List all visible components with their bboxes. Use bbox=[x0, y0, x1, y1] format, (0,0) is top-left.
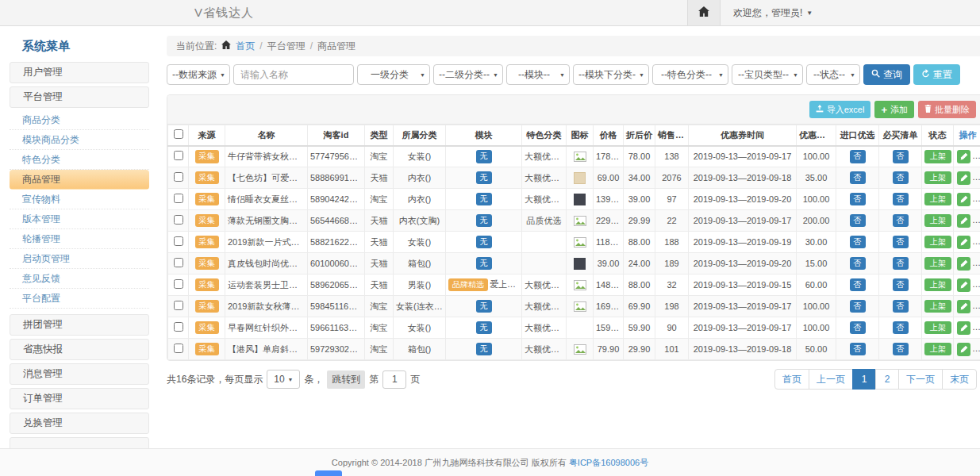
filter-select[interactable]: --模块--▼ bbox=[506, 64, 570, 85]
sidebar-item[interactable]: 意见反馈 bbox=[10, 269, 149, 289]
breadcrumb-home-link[interactable]: 首页 bbox=[236, 40, 255, 53]
mustbuy-toggle[interactable]: 否 bbox=[893, 214, 909, 228]
row-checkbox[interactable] bbox=[174, 344, 183, 353]
filter-select[interactable]: --数据来源--▼ bbox=[167, 64, 230, 85]
mustbuy-toggle[interactable]: 否 bbox=[893, 278, 909, 292]
name-search-input[interactable] bbox=[233, 64, 354, 85]
status-badge[interactable]: 上架 bbox=[924, 171, 951, 185]
import-toggle[interactable]: 否 bbox=[850, 321, 866, 335]
import-toggle[interactable]: 否 bbox=[850, 214, 866, 228]
filter-select[interactable]: --宝贝类型--▼ bbox=[732, 64, 803, 85]
page-size-select[interactable]: 10 ▼ bbox=[267, 370, 300, 389]
status-badge[interactable]: 上架 bbox=[924, 300, 951, 313]
edit-button[interactable] bbox=[957, 321, 970, 335]
edit-button[interactable] bbox=[957, 278, 970, 292]
sidebar-item[interactable]: 模块商品分类 bbox=[10, 130, 149, 150]
mustbuy-toggle[interactable]: 否 bbox=[893, 236, 909, 249]
status-badge[interactable]: 上架 bbox=[924, 321, 951, 335]
sidebar-group-header[interactable]: 消息管理 bbox=[10, 363, 149, 385]
import-toggle[interactable]: 否 bbox=[850, 257, 866, 271]
filter-select[interactable]: --特色分类--▼ bbox=[652, 64, 728, 85]
jump-button[interactable]: 跳转到 bbox=[327, 370, 365, 389]
sidebar-item[interactable]: 轮播管理 bbox=[10, 229, 149, 249]
row-checkbox[interactable] bbox=[174, 194, 183, 203]
select-all-checkbox[interactable] bbox=[174, 129, 183, 139]
page-jump-input[interactable] bbox=[382, 370, 406, 389]
status-badge[interactable]: 上架 bbox=[924, 236, 951, 249]
pager-button[interactable]: 下一页 bbox=[898, 369, 943, 390]
search-button[interactable]: 查询 bbox=[863, 64, 910, 85]
edit-button[interactable] bbox=[957, 171, 970, 185]
row-checkbox[interactable] bbox=[174, 215, 183, 225]
status-badge[interactable]: 上架 bbox=[924, 257, 951, 271]
row-checkbox[interactable] bbox=[174, 322, 183, 332]
mustbuy-toggle[interactable]: 否 bbox=[893, 193, 909, 206]
status-badge[interactable]: 上架 bbox=[924, 343, 951, 356]
mustbuy-cell: 否 bbox=[879, 189, 922, 210]
edit-button[interactable] bbox=[957, 193, 970, 206]
icp-link[interactable]: 粤ICP备16098006号 bbox=[569, 457, 648, 469]
import-cell: 否 bbox=[836, 296, 879, 317]
sidebar-group-header[interactable]: 订单管理 bbox=[10, 388, 149, 409]
edit-button[interactable] bbox=[957, 150, 970, 163]
row-checkbox[interactable] bbox=[174, 172, 183, 182]
home-button[interactable] bbox=[687, 0, 721, 25]
sidebar-item[interactable]: 商品分类 bbox=[10, 110, 149, 130]
filter-select[interactable]: 一级分类▼ bbox=[357, 64, 430, 85]
add-button[interactable]: + 添加 bbox=[874, 101, 914, 118]
import-toggle[interactable]: 否 bbox=[850, 236, 866, 249]
status-badge[interactable]: 上架 bbox=[924, 278, 951, 292]
filter-select[interactable]: --二级分类--▼ bbox=[433, 64, 503, 85]
status-badge[interactable]: 上架 bbox=[924, 150, 951, 163]
sidebar-item[interactable]: 特色分类 bbox=[10, 150, 149, 170]
edit-button[interactable] bbox=[957, 214, 970, 228]
sidebar-group-header[interactable]: 用户管理 bbox=[10, 62, 149, 83]
batch-delete-button[interactable]: 批量删除 bbox=[918, 101, 976, 118]
edit-button[interactable] bbox=[957, 236, 970, 249]
table-row: 采集【七色坊】可爱纯棉家...588869917501天猫内衣()无大额优惠券6… bbox=[168, 167, 980, 189]
row-checkbox[interactable] bbox=[174, 151, 183, 160]
row-checkbox[interactable] bbox=[174, 258, 183, 267]
import-toggle[interactable]: 否 bbox=[850, 300, 866, 313]
sidebar-item[interactable]: 宣传物料 bbox=[10, 190, 149, 209]
filter-select[interactable]: --模块下分类--▼ bbox=[573, 64, 649, 85]
sidebar-item[interactable]: 商品管理 bbox=[10, 170, 149, 190]
mustbuy-toggle[interactable]: 否 bbox=[893, 300, 909, 313]
row-checkbox[interactable] bbox=[174, 279, 183, 289]
import-cell: 否 bbox=[836, 210, 879, 232]
sidebar-item[interactable]: 版本管理 bbox=[10, 209, 149, 229]
mustbuy-toggle[interactable]: 否 bbox=[893, 321, 909, 335]
row-checkbox[interactable] bbox=[174, 301, 183, 310]
edit-button[interactable] bbox=[957, 300, 970, 313]
pager-button[interactable]: 1 bbox=[852, 369, 876, 390]
import-toggle[interactable]: 否 bbox=[850, 193, 866, 206]
sidebar-item[interactable]: 平台配置 bbox=[10, 289, 149, 309]
sidebar-group-header[interactable]: 省惠快报 bbox=[10, 339, 149, 360]
sidebar-group-header[interactable]: 平台管理 bbox=[10, 86, 149, 108]
import-toggle[interactable]: 否 bbox=[850, 278, 866, 292]
filter-select[interactable]: --状态--▼ bbox=[806, 64, 860, 85]
import-toggle[interactable]: 否 bbox=[850, 150, 866, 163]
sidebar-item[interactable]: 启动页管理 bbox=[10, 249, 149, 269]
edit-button[interactable] bbox=[957, 343, 970, 356]
mustbuy-toggle[interactable]: 否 bbox=[893, 171, 909, 185]
pager-button[interactable]: 2 bbox=[875, 369, 899, 390]
pager-button[interactable]: 末页 bbox=[942, 369, 977, 390]
pager-button[interactable]: 首页 bbox=[774, 369, 809, 390]
reset-button[interactable]: 重置 bbox=[913, 64, 960, 85]
mustbuy-toggle[interactable]: 否 bbox=[893, 257, 909, 271]
user-menu[interactable]: 欢迎您，管理员! ▼ bbox=[733, 6, 813, 20]
import-excel-button[interactable]: 导入excel bbox=[809, 101, 871, 118]
pager-button[interactable]: 上一页 bbox=[809, 369, 853, 390]
sidebar-group-header[interactable]: 兑换管理 bbox=[10, 413, 149, 434]
edit-button[interactable] bbox=[957, 257, 970, 271]
mustbuy-toggle[interactable]: 否 bbox=[893, 150, 909, 163]
sidebar-group-header[interactable]: 拼团管理 bbox=[10, 314, 149, 336]
status-badge[interactable]: 上架 bbox=[924, 193, 951, 206]
import-toggle[interactable]: 否 bbox=[850, 343, 866, 356]
sidebar-group-header[interactable] bbox=[10, 437, 149, 448]
status-badge[interactable]: 上架 bbox=[924, 214, 951, 228]
mustbuy-toggle[interactable]: 否 bbox=[893, 343, 909, 356]
row-checkbox[interactable] bbox=[174, 236, 183, 246]
import-toggle[interactable]: 否 bbox=[850, 171, 866, 185]
